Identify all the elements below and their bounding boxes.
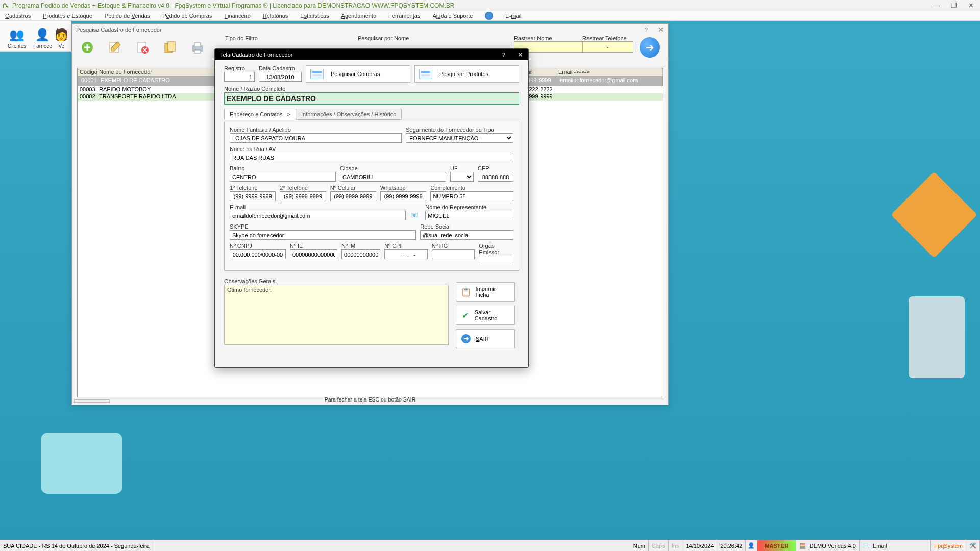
menu-relatorios[interactable]: RelatóriosRelatórios (263, 13, 288, 19)
registro-input[interactable] (224, 72, 255, 82)
add-button[interactable] (78, 38, 96, 57)
status-num: Num (630, 540, 649, 551)
search-close-button[interactable]: ✕ (658, 26, 664, 34)
status-caps: Caps (649, 540, 669, 551)
nome-razao-input[interactable] (224, 92, 519, 105)
uf-select[interactable] (450, 172, 474, 182)
statusbar: SUA CIDADE - RS 14 de Outubro de 2024 - … (0, 540, 980, 551)
data-cadastro-input[interactable] (259, 72, 302, 82)
pesquisar-produtos-button[interactable]: Pesquisar Produtos (414, 65, 519, 83)
email-input[interactable] (230, 211, 406, 220)
menu-ajuda[interactable]: Ajuda e SuporteAjuda e Suporte (432, 13, 473, 19)
imprimir-ficha-button[interactable]: 📋 Imprimir Ficha (456, 282, 515, 302)
menu-ferramentas[interactable]: FerramentasFerramentas (388, 13, 420, 19)
cep-input[interactable] (478, 172, 513, 182)
tel2-input[interactable] (280, 191, 326, 201)
tab-informacoes[interactable]: Informações / Observações / Histórico (296, 109, 402, 120)
menubar: CCadastrosadastros Produtos e EstoquePro… (0, 11, 980, 21)
search-footer-hint: Para fechar a tela ESC ou botão SAIR (72, 395, 668, 405)
toolbar-clientes[interactable]: 👥 Clientes (4, 21, 30, 50)
status-blank (890, 540, 931, 551)
status-master: MASTER (757, 540, 796, 551)
rg-input[interactable] (432, 249, 475, 259)
toolbar-vend[interactable]: 🧑 Ve (56, 21, 67, 50)
track-phone-label: Rastrear Telefone (582, 35, 633, 41)
print-button[interactable] (188, 38, 207, 57)
app-logo-icon (2, 2, 9, 9)
whatsapp-input[interactable] (380, 191, 426, 201)
tab-endereco[interactable]: Endereço e Contatos >Endereço e Contatos… (224, 109, 296, 120)
close-button[interactable]: ✕ (968, 2, 974, 9)
menu-pedido-compras[interactable]: Pedido de ComprasPedido de Compras (162, 13, 212, 19)
status-email[interactable]: ✉️Email (860, 540, 891, 551)
nome-razao-label: Nome / Razão Completo (224, 86, 519, 92)
search-window-title: Pesquisa Cadastro de Fornecedor (76, 27, 162, 33)
edit-button[interactable] (106, 38, 124, 57)
menu-cadastros[interactable]: CCadastrosadastros (5, 13, 31, 19)
decor-box-left (41, 433, 122, 494)
skype-input[interactable] (230, 230, 416, 240)
decor-box-right (893, 184, 965, 378)
cidade-input[interactable] (340, 172, 446, 182)
orgao-input[interactable] (479, 256, 513, 265)
table-icon (419, 69, 432, 79)
globe-icon[interactable] (485, 12, 493, 20)
rede-social-input[interactable] (420, 230, 513, 240)
modal-help-button[interactable]: ? (502, 52, 505, 58)
menu-financeiro[interactable]: FinanceiroFinanceiro (224, 13, 250, 19)
status-date: 14/10/2024 (682, 540, 717, 551)
obs-label: Observações Gerais (224, 278, 449, 284)
bairro-input[interactable] (230, 172, 336, 182)
cnpj-input[interactable] (230, 249, 286, 259)
status-time: 20:26:42 (717, 540, 746, 551)
status-tool-icon[interactable]: 🛠️ (966, 540, 980, 551)
status-location: SUA CIDADE - RS 14 de Outubro de 2024 - … (0, 540, 153, 551)
delete-button[interactable] (133, 38, 152, 57)
toolbar-fornece[interactable]: 👤 Fornece (30, 21, 55, 50)
table-icon (310, 69, 324, 79)
check-icon: ✔ (460, 310, 471, 321)
track-phone-input[interactable] (582, 41, 633, 53)
sair-button[interactable]: SAIRSAIR (456, 329, 515, 348)
copy-button[interactable] (161, 38, 179, 57)
minimize-button[interactable]: — (933, 2, 940, 9)
titlebar: Programa Pedido de Vendas + Estoque & Fi… (0, 0, 980, 11)
rua-input[interactable] (230, 153, 513, 162)
representante-input[interactable] (425, 211, 513, 220)
modal-close-button[interactable]: ✕ (518, 51, 523, 59)
maximize-button[interactable]: ❐ (951, 2, 957, 9)
menu-email[interactable]: E-mailE-mail (505, 13, 521, 19)
status-ins: Ins (669, 540, 683, 551)
seller-icon: 🧑 (56, 26, 67, 43)
filter-type-label: Tipo do Filtro (225, 35, 258, 41)
complemento-input[interactable] (430, 191, 513, 201)
salvar-cadastro-button[interactable]: ✔ Salvar Cadastro (456, 306, 515, 325)
menu-produtos[interactable]: Produtos e EstoqueProdutos e Estoque (43, 13, 92, 19)
observacoes-textarea[interactable] (224, 285, 449, 345)
search-help-button[interactable]: ? (645, 27, 648, 33)
segmento-select[interactable]: FORNECE MANUTENÇÃO (406, 133, 513, 143)
svg-rect-5 (168, 42, 175, 51)
menu-estatisticas[interactable]: EstatísticasEstatísticas (300, 13, 329, 19)
modal-title: Tela Cadastro de Fornecedor (220, 52, 292, 58)
cpf-input[interactable] (384, 249, 428, 259)
tel1-input[interactable] (230, 191, 276, 201)
ie-input[interactable] (290, 249, 337, 259)
supplier-icon: 👤 (34, 26, 51, 43)
menu-agendamento[interactable]: AgendamentoAgendamento (341, 13, 377, 19)
status-user-icon: 👤 (746, 540, 757, 551)
im-input[interactable] (341, 249, 380, 259)
fantasia-input[interactable] (230, 133, 402, 143)
send-email-icon[interactable]: 📧 (410, 211, 419, 220)
menu-pedido-vendas[interactable]: Pedido de VendasPedido de Vendas (105, 13, 150, 19)
celular-input[interactable] (330, 191, 376, 201)
arrow-right-icon (460, 333, 472, 344)
data-cadastro-label: Data Cadastro (259, 65, 302, 71)
pesquisar-compras-button[interactable]: Pesquisar Compras (306, 65, 410, 83)
registro-label: Registro (224, 65, 255, 71)
status-demo: 🧮DEMO Vendas 4.0 (796, 540, 860, 551)
svg-rect-8 (194, 50, 201, 53)
search-name-label: Pesquisar por Nome (358, 35, 409, 41)
app-title: Programa Pedido de Vendas + Estoque & Fi… (12, 2, 454, 9)
search-go-button[interactable]: ➔ (640, 37, 660, 58)
